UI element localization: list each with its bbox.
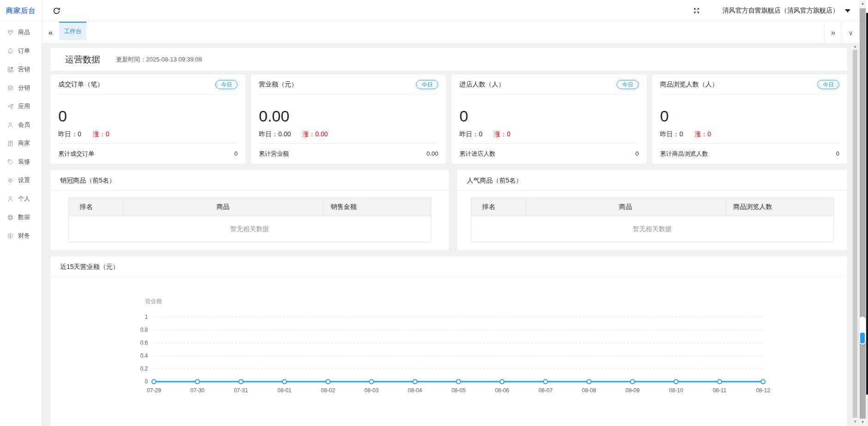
sidebar-item-data[interactable]: 数据 — [0, 208, 42, 226]
fullscreen-icon — [693, 7, 700, 14]
revenue-line-chart[interactable]: 营业额00.20.40.60.8107-2907-3007-3108-0108-… — [50, 277, 847, 398]
refresh-button[interactable] — [51, 6, 61, 16]
globe-icon — [7, 214, 14, 221]
stat-cards-row: 成交订单（笔） 今日 0 昨日：0 涨：0 累计成交订单 0 营业 — [50, 74, 847, 164]
app-logo: 商家后台 — [0, 0, 42, 21]
popular-products-table: 排名 商品 商品浏览人数 暂无相关数据 — [471, 197, 834, 242]
scroll-up-icon[interactable]: ▲ — [852, 44, 858, 49]
rise-value: 涨：0.00 — [302, 130, 328, 138]
svg-text:08-03: 08-03 — [364, 387, 379, 394]
update-time: 更新时间：2025-08-13 09:39:09 — [116, 55, 202, 64]
svg-text:08-01: 08-01 — [277, 387, 292, 394]
sidebar-item-decoration[interactable]: 装修 — [0, 152, 42, 171]
sidebar-item-label: 装修 — [18, 158, 30, 166]
user-icon — [7, 122, 14, 128]
main-area: 清风官方自营旗舰店（清风官方旗舰店） « 工作台 » ∨ 运营数据 更新时间：2… — [42, 0, 868, 426]
scroll-indicator-thumb — [860, 333, 865, 343]
sidebar-item-label: 商品 — [18, 28, 30, 37]
page-scrollbar[interactable]: ▲ ▼ — [859, 0, 866, 426]
sidebar-item-settings[interactable]: 设置 — [0, 171, 42, 189]
sidebar-item-orders[interactable]: 订单 — [0, 42, 42, 60]
total-value: 0 — [836, 150, 839, 157]
paper-plane-icon — [7, 103, 14, 110]
svg-text:0.8: 0.8 — [140, 327, 148, 333]
stat-card-orders: 成交订单（笔） 今日 0 昨日：0 涨：0 累计成交订单 0 — [50, 74, 245, 164]
total-label: 累计成交订单 — [58, 150, 94, 158]
sidebar-item-members[interactable]: 会员 — [0, 116, 42, 134]
svg-text:08-04: 08-04 — [408, 387, 422, 394]
table-header-row: 排名 商品 销售金额 — [68, 198, 431, 216]
col-product-views: 商品浏览人数 — [726, 198, 833, 216]
refresh-icon — [52, 6, 61, 15]
tab-dropdown-button[interactable]: ∨ — [842, 22, 859, 43]
sidebar: 商家后台 商品 订单 营销 分销 应用 — [0, 0, 42, 426]
card-total-row: 累计进店人数 0 — [459, 143, 639, 164]
chevron-down-icon — [845, 9, 850, 12]
empty-placeholder: 暂无相关数据 — [471, 216, 833, 242]
today-badge[interactable]: 今日 — [617, 80, 639, 89]
svg-text:0.6: 0.6 — [140, 340, 148, 346]
sidebar-nav: 商品 订单 营销 分销 应用 会员 — [0, 21, 42, 245]
content-scrollbar[interactable]: ▲ ▼ — [852, 44, 858, 424]
revenue-chart-panel: 近15天营业额（元） 营业额00.20.40.60.8107-2907-3007… — [50, 256, 847, 426]
store-switcher[interactable]: 清风官方自营旗舰店（清风官方旗舰店） — [722, 6, 850, 15]
svg-text:08-02: 08-02 — [321, 387, 335, 394]
page-title: 运营数据 — [65, 54, 100, 66]
svg-text:1: 1 — [145, 314, 148, 320]
svg-text:08-09: 08-09 — [625, 387, 640, 394]
total-value: 0 — [636, 150, 639, 157]
card-yesterday-row: 昨日：0 涨：0 — [58, 130, 238, 139]
scroll-down-icon[interactable]: ▼ — [852, 420, 858, 424]
card-head: 商品浏览人数（人） 今日 — [660, 74, 839, 95]
card-yesterday-row: 昨日：0 涨：0 — [660, 130, 839, 139]
total-label: 累计进店人数 — [459, 150, 495, 158]
today-badge[interactable]: 今日 — [416, 80, 438, 89]
card-head: 成交订单（笔） 今日 — [58, 74, 238, 95]
sidebar-item-merchant[interactable]: 商家 — [0, 134, 42, 152]
sidebar-item-distribution[interactable]: 分销 — [0, 79, 42, 97]
sidebar-item-products[interactable]: 商品 — [0, 23, 42, 42]
total-label: 累计营业额 — [259, 150, 289, 158]
topbar-right: 清风官方自营旗舰店（清风官方旗舰店） — [692, 6, 850, 15]
card-value: 0 — [58, 107, 238, 125]
fullscreen-button[interactable] — [692, 6, 701, 15]
svg-text:08-12: 08-12 — [756, 387, 770, 394]
svg-text:07-31: 07-31 — [234, 387, 248, 394]
card-value: 0 — [459, 107, 639, 125]
topbar: 清风官方自营旗舰店（清风官方旗舰店） — [42, 0, 868, 22]
sidebar-item-apps[interactable]: 应用 — [0, 97, 42, 116]
scroll-up-icon[interactable]: ▲ — [859, 1, 866, 6]
rise-value: 涨：0 — [695, 130, 711, 138]
layers-icon — [7, 85, 14, 91]
tab-scroll-right-button[interactable]: » — [824, 22, 842, 43]
scroll-position-indicator[interactable] — [859, 316, 866, 345]
popular-products-panel: 人气商品（前5名） 排名 商品 商品浏览人数 暂无相关数据 — [457, 170, 847, 250]
svg-text:08-08: 08-08 — [582, 387, 596, 394]
sidebar-item-label: 个人 — [18, 195, 30, 203]
today-badge[interactable]: 今日 — [817, 80, 839, 89]
col-sales-amount: 销售金额 — [323, 198, 431, 216]
scroll-down-icon[interactable]: ▼ — [859, 420, 866, 425]
sidebar-item-marketing[interactable]: 营销 — [0, 60, 42, 79]
svg-text:0.4: 0.4 — [140, 353, 148, 359]
sidebar-item-label: 分销 — [18, 84, 30, 92]
page-scrollbar-thumb[interactable] — [860, 8, 866, 419]
sidebar-item-profile[interactable]: 个人 — [0, 189, 42, 208]
sidebar-item-label: 设置 — [18, 176, 30, 184]
table-header-row: 排名 商品 商品浏览人数 — [471, 198, 833, 216]
svg-text:08-07: 08-07 — [538, 387, 553, 394]
sidebar-item-finance[interactable]: 财务 — [0, 226, 42, 245]
top-sales-table: 排名 商品 销售金额 暂无相关数据 — [68, 197, 431, 242]
card-title: 进店人数（人） — [459, 80, 505, 89]
content-scrollbar-thumb[interactable] — [853, 50, 857, 418]
yen-circle-icon — [7, 232, 14, 239]
svg-text:营业额: 营业额 — [145, 298, 162, 304]
chart-body: 营业额00.20.40.60.8107-2907-3007-3108-0108-… — [50, 277, 847, 400]
today-badge[interactable]: 今日 — [215, 80, 238, 89]
card-total-row: 累计营业额 0.00 — [259, 143, 438, 164]
card-total-row: 累计成交订单 0 — [58, 143, 238, 164]
svg-text:08-11: 08-11 — [713, 387, 727, 394]
tab-workbench[interactable]: 工作台 — [59, 22, 86, 40]
svg-text:07-30: 07-30 — [190, 387, 205, 394]
collapse-sidebar-button[interactable]: « — [42, 22, 59, 43]
